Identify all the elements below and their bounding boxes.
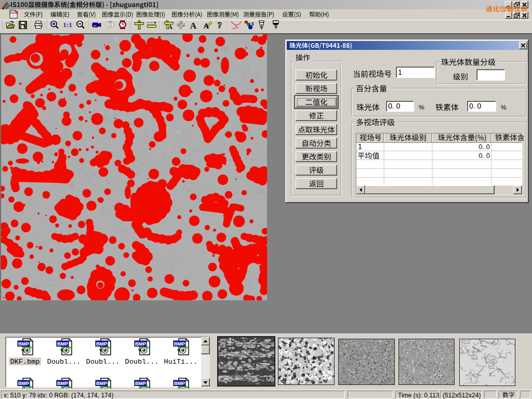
svg-text:0. 0: 0. 0: [478, 143, 490, 151]
svg-text:1: 1: [398, 68, 402, 76]
svg-text:1: 1: [246, 20, 248, 24]
svg-text:2: 2: [248, 23, 250, 26]
svg-text:0. 0: 0. 0: [469, 102, 482, 110]
svg-text:0. 0: 0. 0: [388, 102, 401, 110]
svg-text:Doubl...: Doubl...: [125, 358, 159, 366]
svg-text:Doubl...: Doubl...: [86, 358, 120, 366]
svg-text:?: ?: [218, 20, 222, 30]
svg-text:HuiTi...: HuiTi...: [164, 358, 198, 366]
svg-text:0. 0: 0. 0: [478, 152, 490, 159]
svg-text:A: A: [168, 23, 172, 31]
svg-text:%: %: [501, 104, 507, 111]
svg-text:%: %: [419, 104, 424, 111]
svg-text:1: 1: [358, 142, 362, 151]
svg-text:DKF.bmp: DKF.bmp: [10, 358, 40, 366]
svg-text:3: 3: [251, 21, 254, 26]
svg-text:DOC: DOC: [10, 11, 19, 15]
svg-text:1:1: 1:1: [63, 21, 72, 29]
svg-text:A: A: [190, 21, 197, 31]
svg-text:Doubl...: Doubl...: [47, 358, 81, 366]
